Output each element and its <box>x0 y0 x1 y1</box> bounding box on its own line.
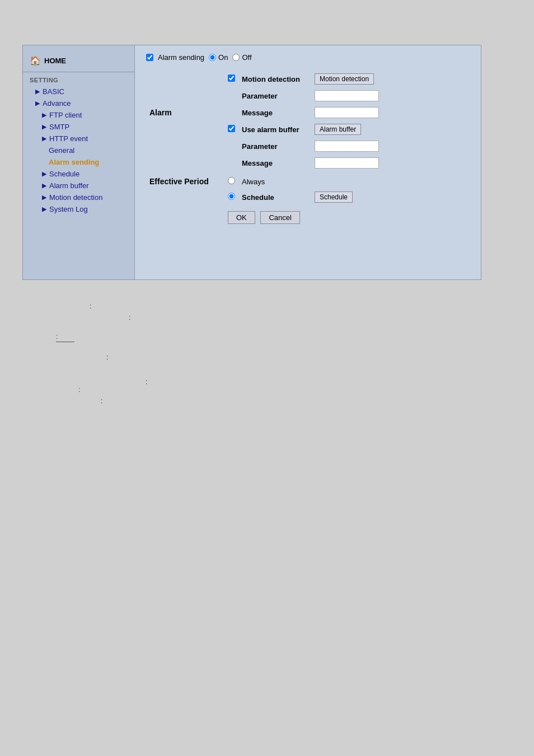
effective-period-label: Effective Period <box>149 177 209 186</box>
parameter-input-cell <box>311 87 470 104</box>
arrow-icon-advance: ▶ <box>35 100 40 107</box>
alarm-buffer-btn-cell: Alarm buffer <box>311 121 470 138</box>
schedule-empty-cell <box>146 189 224 206</box>
setting-section-label: SETTING <box>23 72 134 86</box>
schedule-radio[interactable] <box>228 193 235 200</box>
parameter-input[interactable] <box>315 90 379 101</box>
below-line-3: : <box>56 353 512 361</box>
sidebar-motion-label: Motion detection <box>49 193 102 202</box>
below-line-4: : <box>56 378 512 386</box>
sidebar-item-basic[interactable]: ▶ BASIC <box>23 86 134 97</box>
sidebar-http-label: HTTP event <box>49 134 88 143</box>
sidebar-item-advance[interactable]: ▶ Advance <box>23 97 134 109</box>
sidebar-item-http[interactable]: ▶ HTTP event <box>23 133 134 144</box>
sidebar-smtp-label: SMTP <box>49 123 69 131</box>
always-radio[interactable] <box>228 177 235 184</box>
message-input-cell <box>311 104 470 121</box>
alarm-buffer-button[interactable]: Alarm buffer <box>315 124 361 135</box>
alarm-sending-header: Alarm sending On Off <box>146 53 470 62</box>
parameter2-label: Parameter <box>242 142 278 151</box>
below-line-2: : <box>56 314 512 321</box>
ok-cancel-row: OK Cancel <box>146 206 470 227</box>
sidebar-alarm-sending-label: Alarm sending <box>49 158 99 166</box>
empty-label-cell <box>146 155 224 171</box>
parameter-label: Parameter <box>242 92 278 100</box>
arrow-icon-schedule: ▶ <box>42 170 46 178</box>
motion-checkbox-cell <box>224 71 238 87</box>
always-label: Always <box>242 178 265 186</box>
parameter-field-label: Parameter <box>238 87 311 104</box>
radio-on[interactable] <box>209 54 216 61</box>
arrow-icon-motion: ▶ <box>42 194 46 201</box>
sidebar-item-general[interactable]: General <box>23 144 134 156</box>
message-field-label: Message <box>238 104 311 121</box>
home-icon: 🏠 <box>30 55 41 66</box>
parameter2-input-cell <box>311 138 470 155</box>
message-input[interactable] <box>315 107 379 118</box>
radio-on-option[interactable]: On <box>209 53 228 62</box>
schedule-radio-cell <box>224 189 238 206</box>
sidebar-ftp-label: FTP client <box>49 111 82 119</box>
effective-period-col-label: Effective Period <box>146 171 224 189</box>
parameter-check-cell <box>224 87 238 104</box>
arrow-icon-system-log: ▶ <box>42 206 46 213</box>
schedule-btn-cell: Schedule <box>311 189 470 206</box>
sidebar: 🏠 HOME SETTING ▶ BASIC ▶ Advance ▶ FTP c… <box>23 45 135 279</box>
arrow-icon-alarm-buffer: ▶ <box>42 182 46 189</box>
sidebar-item-alarm-buffer[interactable]: ▶ Alarm buffer <box>23 180 134 192</box>
sidebar-advance-label: Advance <box>43 99 71 108</box>
sidebar-general-label: General <box>49 146 74 155</box>
message2-input-cell <box>311 155 470 171</box>
always-radio-cell <box>224 171 238 189</box>
below-line-6: : <box>56 397 512 405</box>
sidebar-item-schedule[interactable]: ▶ Schedule <box>23 168 134 180</box>
arrow-icon-http: ▶ <box>42 135 46 142</box>
sidebar-item-alarm-sending[interactable]: Alarm sending <box>23 156 134 168</box>
message2-row: Message <box>146 155 470 171</box>
message-label: Message <box>242 109 273 117</box>
sidebar-item-smtp[interactable]: ▶ SMTP <box>23 121 134 133</box>
radio-on-label: On <box>218 53 228 62</box>
message-check-cell <box>224 104 238 121</box>
below-panel: : : : : : : : <box>22 302 512 405</box>
below-line-1: : <box>56 302 512 310</box>
message2-input[interactable] <box>315 157 379 169</box>
sidebar-item-ftp[interactable]: ▶ FTP client <box>23 109 134 121</box>
alarm-sending-header-label[interactable]: Alarm sending <box>158 53 204 62</box>
use-alarm-buffer-check-cell <box>224 121 238 138</box>
ok-button[interactable]: OK <box>228 211 255 224</box>
schedule-button[interactable]: Schedule <box>315 192 353 203</box>
radio-off[interactable] <box>232 54 240 61</box>
use-alarm-buffer-label: Use alarm buffer <box>242 125 299 134</box>
below-colon-1: : <box>90 302 91 310</box>
sidebar-home[interactable]: 🏠 HOME <box>23 52 134 72</box>
parameter2-check-cell <box>224 138 238 155</box>
motion-detection-field-label: Motion detection <box>238 71 311 87</box>
underline-section: : <box>56 333 512 342</box>
radio-off-option[interactable]: Off <box>232 53 251 62</box>
alarm-col-label: Alarm <box>146 71 224 155</box>
cancel-button[interactable]: Cancel <box>260 211 299 224</box>
motion-detection-checkbox[interactable] <box>228 74 235 82</box>
arrow-icon-smtp: ▶ <box>42 123 46 130</box>
message2-check-cell <box>224 155 238 171</box>
motion-detection-btn-cell: Motion detection <box>311 71 470 87</box>
below-colon-5: : <box>78 386 80 394</box>
schedule-row: Schedule Schedule <box>146 189 470 206</box>
content-area: Alarm sending On Off Alarm <box>135 45 481 279</box>
alarm-sending-checkbox[interactable] <box>146 54 153 61</box>
radio-off-label: Off <box>242 53 251 62</box>
sidebar-item-motion-detection[interactable]: ▶ Motion detection <box>23 192 134 203</box>
sidebar-item-system-log[interactable]: ▶ System Log <box>23 203 134 215</box>
arrow-icon-ftp: ▶ <box>42 111 46 119</box>
schedule-field-label: Schedule <box>238 189 311 206</box>
sidebar-alarm-buffer-label: Alarm buffer <box>49 181 89 190</box>
form-table: Alarm Motion detection Motion detection <box>146 71 470 227</box>
sidebar-basic-label: BASIC <box>43 87 64 96</box>
underline-text: : <box>56 333 74 342</box>
home-label: HOME <box>44 57 66 65</box>
use-alarm-buffer-checkbox[interactable] <box>228 125 235 132</box>
ok-cancel-cell: OK Cancel <box>224 206 470 227</box>
parameter2-input[interactable] <box>315 141 379 152</box>
motion-detection-button[interactable]: Motion detection <box>315 73 374 85</box>
